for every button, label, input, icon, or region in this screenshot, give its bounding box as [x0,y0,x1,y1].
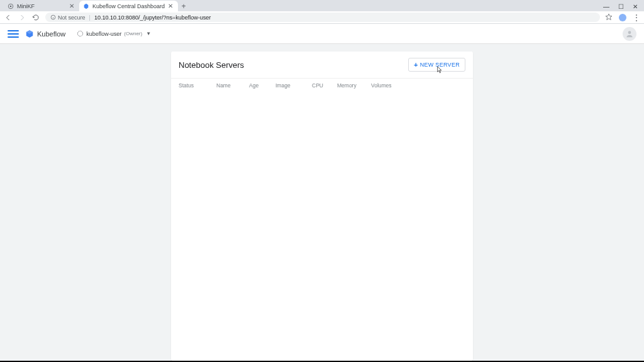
brand[interactable]: Kubeflow [25,30,65,38]
brand-name: Kubeflow [37,30,65,38]
chevron-down-icon: ▼ [146,31,151,36]
col-header-image: Image [275,82,312,89]
nav-reload-button[interactable] [31,13,40,22]
svg-point-1 [10,5,12,7]
namespace-icon [77,30,84,37]
new-server-button[interactable]: + NEW SERVER [408,58,465,72]
bookmark-star-icon[interactable] [605,12,613,23]
kubeflow-logo-icon [25,30,34,38]
svg-point-5 [78,31,83,36]
tab-favicon [8,3,14,9]
profile-avatar[interactable] [623,27,636,41]
namespace-selector[interactable]: kubeflow-user (Owner) ▼ [77,30,151,37]
card-title: Notebook Servers [179,60,244,70]
namespace-role: (Owner) [124,31,142,36]
window-minimize-icon[interactable]: — [603,3,609,10]
chrome-profile-avatar[interactable] [619,14,626,21]
window-close-icon[interactable]: ✕ [633,3,638,10]
col-header-memory: Memory [337,82,371,89]
plus-icon: + [414,61,418,69]
tab-title: Kubeflow Central Dashboard [92,3,165,9]
col-header-status: Status [179,82,216,89]
tab-favicon [83,3,89,9]
col-header-cpu: CPU [312,82,337,89]
browser-toolbar: Not secure | 10.10.10.10:8080/_/jupyter/… [0,11,644,24]
chrome-menu-icon[interactable]: ⋮ [633,13,640,22]
col-header-volumes: Volumes [371,82,465,89]
tab-title: MiniKF [17,3,66,9]
namespace-name: kubeflow-user [86,31,121,37]
browser-tab[interactable]: MiniKF ✕ [4,1,79,11]
table-header-row: Status Name Age Image CPU Memory Volumes [171,78,473,94]
security-label: Not secure [58,14,86,21]
col-header-age: Age [249,82,275,89]
app-header: Kubeflow kubeflow-user (Owner) ▼ [0,24,644,44]
person-icon [625,30,634,38]
tab-close-icon[interactable]: ✕ [69,3,74,9]
browser-tabstrip: MiniKF ✕ Kubeflow Central Dashboard ✕ + … [0,0,644,11]
svg-point-6 [628,31,631,34]
menu-toggle-button[interactable] [8,28,19,40]
cursor-icon [436,66,443,75]
notebook-servers-card: Notebook Servers + NEW SERVER Status Nam… [171,52,473,361]
col-header-name: Name [216,82,249,89]
address-bar[interactable]: Not secure | 10.10.10.10:8080/_/jupyter/… [45,13,600,22]
nav-back-button[interactable] [4,13,13,22]
new-tab-button[interactable]: + [178,1,189,11]
main-content: Notebook Servers + NEW SERVER Status Nam… [0,44,644,361]
window-maximize-icon[interactable]: ☐ [618,3,624,10]
browser-tab[interactable]: Kubeflow Central Dashboard ✕ [79,1,178,11]
url-text: 10.10.10.10:8080/_/jupyter/?ns=kubeflow-… [94,14,211,21]
nav-forward-button[interactable] [18,13,26,22]
tab-close-icon[interactable]: ✕ [168,3,173,9]
info-icon [50,14,56,20]
security-indicator[interactable]: Not secure [50,14,86,21]
